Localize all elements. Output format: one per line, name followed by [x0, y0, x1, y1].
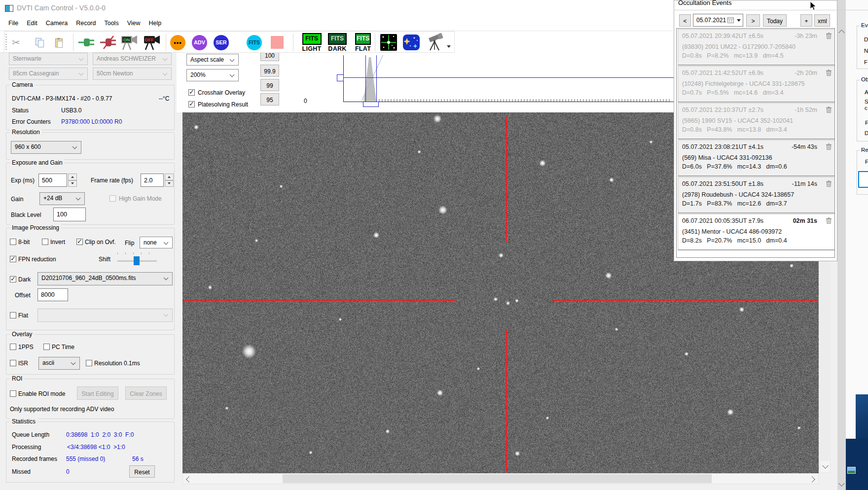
- gain-combo[interactable]: +24 dB: [39, 192, 85, 205]
- record-ser-button[interactable]: SER: [214, 33, 229, 52]
- trash-icon[interactable]: [826, 143, 832, 150]
- menu-record[interactable]: Record: [76, 20, 96, 30]
- side-scrollbar[interactable]: [837, 0, 846, 490]
- platesolve-button[interactable]: [380, 33, 398, 52]
- zoom-level-combo[interactable]: 200%: [186, 69, 239, 81]
- disconnect-button[interactable]: [100, 33, 117, 52]
- menu-file[interactable]: File: [8, 20, 18, 30]
- isr-format-combo[interactable]: ascii: [38, 357, 80, 370]
- scroll-down-icon[interactable]: [822, 462, 829, 469]
- resolution-01ms-checkbox[interactable]: [86, 360, 92, 366]
- flat-checkbox[interactable]: [10, 312, 16, 318]
- start-editing-button[interactable]: Start Editing: [77, 386, 118, 400]
- telescope2-combo[interactable]: 50cm Newton: [93, 68, 172, 80]
- flip-combo[interactable]: none: [140, 237, 173, 248]
- dark-file-combo[interactable]: D20210706_960_24dB_0500ms.fits: [37, 272, 173, 285]
- reset-button[interactable]: Reset: [129, 465, 155, 478]
- side-scrollbar-bottom[interactable]: [837, 439, 846, 490]
- record-fits-button[interactable]: FITS: [247, 33, 262, 52]
- menu-view[interactable]: View: [127, 20, 141, 30]
- record-adv-button[interactable]: ADV: [192, 33, 207, 52]
- black-level-input[interactable]: [53, 208, 86, 221]
- framerate-spinner[interactable]: [165, 174, 174, 187]
- histogram-marker-line-2[interactable]: [376, 55, 377, 106]
- camera-on-button[interactable]: ON: [120, 33, 141, 52]
- enable-roi-checkbox[interactable]: [10, 390, 16, 397]
- cut-button[interactable]: ✂: [12, 33, 20, 52]
- fits-flat-button[interactable]: FITS FLAT: [350, 33, 376, 52]
- record-dots-button[interactable]: •••: [170, 33, 185, 52]
- camera-off-button[interactable]: OFF: [143, 33, 164, 52]
- histogram-marker-line-1[interactable]: [365, 55, 366, 106]
- clip-on-ovf-checkbox[interactable]: [76, 239, 83, 245]
- platesolving-result-checkbox[interactable]: [188, 101, 195, 107]
- today-button[interactable]: Today: [763, 14, 787, 27]
- fits-dark-button[interactable]: FITS DARK: [325, 33, 350, 52]
- high-gain-checkbox[interactable]: [109, 195, 116, 202]
- exp-input[interactable]: [38, 174, 67, 187]
- menu-help[interactable]: Help: [149, 20, 162, 30]
- hist-99-9-button[interactable]: 99.9: [260, 65, 279, 77]
- observer-combo[interactable]: Andreas SCHWEIZER: [93, 53, 172, 65]
- date-next-button[interactable]: >: [746, 14, 760, 27]
- flat-file-combo[interactable]: [37, 309, 173, 322]
- clear-zones-button[interactable]: Clear Zones: [125, 386, 167, 400]
- offset-input[interactable]: [37, 288, 68, 301]
- side-default-button[interactable]: [858, 171, 868, 188]
- pc-time-checkbox[interactable]: [43, 344, 50, 350]
- trash-icon[interactable]: [826, 217, 832, 224]
- menu-edit[interactable]: Edit: [27, 20, 37, 30]
- xml-button[interactable]: xml: [814, 14, 830, 27]
- telescope-dropdown-caret[interactable]: [447, 45, 451, 48]
- event-row[interactable]: 05.07.2021 23:51:50UT ±1.8s -11m 14s (29…: [678, 177, 835, 213]
- telescope1-combo[interactable]: 85cm Cassegrain: [9, 68, 88, 80]
- invert-checkbox[interactable]: [42, 239, 48, 245]
- calendar-icon[interactable]: [727, 17, 734, 23]
- framerate-input[interactable]: [141, 174, 164, 187]
- trash-icon[interactable]: [826, 33, 832, 39]
- date-field[interactable]: 05.07.2021: [693, 14, 743, 27]
- image-hscrollbar[interactable]: [182, 473, 819, 484]
- shift-slider-handle[interactable]: [134, 256, 140, 265]
- exp-spinner[interactable]: [68, 174, 77, 187]
- skymap-button[interactable]: [402, 33, 420, 52]
- resolution-combo[interactable]: 960 x 600: [11, 141, 81, 154]
- fpn-reduction-checkbox[interactable]: [10, 256, 16, 262]
- menu-tools[interactable]: Tools: [104, 20, 118, 30]
- copy-button[interactable]: [36, 33, 43, 52]
- image-hscrollbar-thumb[interactable]: [283, 474, 712, 483]
- trash-icon[interactable]: [826, 106, 832, 113]
- histogram-range-box[interactable]: [363, 102, 379, 107]
- add-event-button[interactable]: +: [800, 14, 812, 27]
- telescope-button[interactable]: [425, 33, 445, 52]
- hist-95-button[interactable]: 95: [260, 93, 279, 105]
- 8bit-checkbox[interactable]: [10, 239, 16, 245]
- dark-checkbox[interactable]: [10, 276, 16, 282]
- 1pps-checkbox[interactable]: [10, 344, 16, 350]
- menu-camera[interactable]: Camera: [46, 20, 68, 30]
- trash-icon[interactable]: [826, 70, 832, 76]
- site-combo[interactable]: Sternwarte: [9, 53, 88, 65]
- crosshair-overlay-checkbox[interactable]: [188, 89, 195, 96]
- event-row[interactable]: 06.07.2021 00:05:35UT ±7.9s 02m 31s (345…: [678, 214, 835, 250]
- connect-button[interactable]: [78, 33, 96, 52]
- event-row[interactable]: 05.07.2021 20:39:42UT ±6.5s -3h 23m (838…: [678, 29, 835, 66]
- aspect-scale-combo[interactable]: Aspect scale: [186, 54, 239, 66]
- isr-checkbox[interactable]: [10, 360, 16, 366]
- event-row[interactable]: 05.07.2021 22:10:37UT ±2.7s -1h 52m (596…: [678, 103, 835, 140]
- trash-icon[interactable]: [826, 180, 832, 187]
- paste-button[interactable]: [55, 33, 63, 52]
- date-prev-button[interactable]: <: [679, 14, 691, 27]
- scroll-left-icon[interactable]: [186, 476, 192, 483]
- hist-99-button[interactable]: 99: [260, 79, 279, 91]
- toolbar-grip[interactable]: [5, 34, 7, 50]
- date-dropdown-caret[interactable]: [737, 19, 741, 22]
- histogram-level-handle[interactable]: [337, 74, 344, 81]
- side-scroll-down-icon[interactable]: [838, 480, 845, 487]
- event-row[interactable]: 05.07.2021 21:42:52UT ±6.9s -2h 20m (102…: [678, 66, 835, 103]
- fits-light-button[interactable]: FITS LIGHT: [299, 33, 325, 52]
- side-scroll-up-icon[interactable]: [838, 30, 845, 36]
- scroll-right-icon[interactable]: [809, 476, 815, 483]
- event-row[interactable]: 05.07.2021 23:08:21UT ±4.1s -54m 43s (56…: [678, 140, 835, 176]
- record-stop-button[interactable]: [271, 33, 284, 52]
